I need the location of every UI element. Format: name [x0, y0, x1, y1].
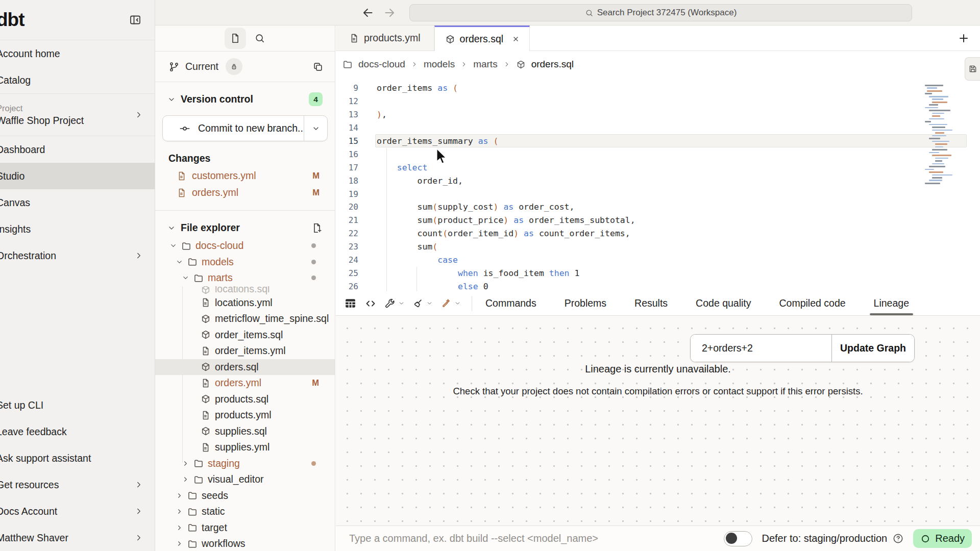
tree-item-static[interactable]: static [155, 504, 335, 520]
forward-button[interactable] [383, 6, 396, 19]
branch-row[interactable]: Current [155, 52, 335, 82]
breadcrumb-item-marts[interactable]: marts [473, 59, 498, 70]
sidebar-item-leave-feedback[interactable]: Leave feedback [0, 418, 155, 445]
code-editor[interactable]: 9order_items as (1213),1415order_items_s… [336, 78, 980, 291]
commit-dropdown-button[interactable] [304, 116, 327, 141]
update-graph-button[interactable]: Update Graph [831, 335, 914, 362]
editor-tab-products-yml[interactable]: products.yml [336, 26, 434, 51]
panel-tab-code-quality[interactable]: Code quality [696, 291, 751, 315]
changes-count-badge: 4 [309, 92, 323, 106]
panel-tab-results[interactable]: Results [634, 291, 668, 315]
breadcrumb-item-docs-cloud[interactable]: docs-cloud [358, 59, 405, 70]
breadcrumb-item-orders-sql[interactable]: orders.sql [531, 59, 574, 70]
lineage-selector-input[interactable] [691, 335, 831, 362]
tree-item-locations-yml[interactable]: locations.yml [155, 295, 335, 311]
tree-item-order-items-sql[interactable]: order_items.sql [155, 327, 335, 343]
tree-item-staging[interactable]: staging [155, 456, 335, 472]
toggle-knob [726, 533, 737, 544]
code-view-button[interactable] [364, 297, 377, 310]
save-file-button[interactable] [965, 57, 980, 81]
line-number: 24 [336, 255, 358, 265]
changed-file-orders-yml[interactable]: orders.ymlM [155, 184, 335, 201]
sidebar-item-label: Orchestration [0, 250, 56, 262]
project-label: Project [0, 104, 84, 113]
sidebar-item-orchestration[interactable]: Orchestration [0, 242, 155, 269]
preview-table-button[interactable] [344, 297, 357, 310]
tree-item-marts[interactable]: marts [155, 270, 335, 286]
git-branch-icon [168, 61, 180, 72]
tree-item-supplies-sql[interactable]: supplies.sql [155, 423, 335, 440]
file-name: order_items.sql [215, 329, 283, 341]
circle-icon [920, 534, 930, 544]
search-bar-label: Search Project 372475 (Workspace) [597, 8, 737, 18]
back-button[interactable] [361, 6, 375, 19]
commit-button[interactable]: Commit to new branch... [162, 115, 328, 141]
git-branch-icon [168, 61, 180, 72]
sidebar-item-account-home[interactable]: Account home [0, 40, 155, 67]
sidebar-project-switcher[interactable]: ProjectWaffle Shop Project [0, 94, 155, 136]
sidebar-item-canvas[interactable]: Canvas [0, 189, 155, 216]
chevron-right-icon [134, 507, 143, 516]
breadcrumb-item-models[interactable]: models [424, 59, 455, 70]
tree-item-products-sql[interactable]: products.sql [155, 391, 335, 408]
ai-assist-button[interactable] [440, 298, 461, 309]
changed-file-name: orders.yml [192, 187, 238, 198]
sidebar-item-ask-support-assistant[interactable]: Ask support assistant [0, 445, 155, 471]
create-file-icon[interactable] [311, 222, 323, 234]
sidebar-item-insights[interactable]: Insights [0, 216, 155, 242]
line-number: 17 [336, 163, 358, 172]
back-arrow-icon [361, 6, 375, 19]
sidebar-item-matthew-shaver[interactable]: Matthew Shaver [0, 524, 155, 551]
tree-item-models[interactable]: models [155, 254, 335, 270]
file-search-button[interactable] [254, 33, 265, 44]
tree-item-orders-sql[interactable]: orders.sql [155, 359, 335, 375]
commit-icon [179, 123, 190, 134]
sidebar-item-docs-account[interactable]: Docs Account [0, 498, 155, 524]
new-tab-button[interactable] [958, 32, 970, 44]
command-input[interactable] [349, 533, 715, 544]
chevron-right-icon [182, 475, 189, 483]
line-number: 16 [336, 149, 358, 159]
file-name: locations.sql [215, 286, 270, 295]
editor-minimap[interactable] [925, 85, 972, 185]
build-tools-button[interactable] [384, 298, 405, 309]
format-button[interactable] [412, 298, 433, 309]
editor-tab-orders-sql[interactable]: orders.sql [434, 26, 530, 51]
tree-item-order-items-yml[interactable]: order_items.yml [155, 343, 335, 359]
sidebar-item-studio[interactable]: Studio [0, 163, 155, 189]
sidebar-item-catalog[interactable]: Catalog [0, 67, 155, 93]
changed-file-customers-yml[interactable]: customers.ymlM [155, 167, 335, 184]
close-tab-button[interactable] [511, 35, 520, 43]
project-search-bar[interactable]: Search Project 372475 (Workspace) [409, 4, 912, 21]
panel-tab-problems[interactable]: Problems [565, 291, 606, 315]
tree-item-visual-editor[interactable]: visual_editor [155, 471, 335, 488]
tree-item-workflows[interactable]: workflows [155, 536, 335, 551]
chevron-right-icon [176, 508, 183, 515]
chevron-right-icon [134, 251, 143, 260]
code-line-23: 23 sum( [336, 240, 980, 254]
panel-tab-commands[interactable]: Commands [485, 291, 536, 315]
defer-toggle[interactable] [724, 531, 752, 546]
panel-tab-lineage[interactable]: Lineage [874, 291, 909, 315]
copy-icon[interactable] [312, 61, 324, 72]
tree-item-docs-cloud[interactable]: docs-cloud [155, 238, 335, 254]
collapse-sidebar-icon[interactable] [129, 14, 141, 26]
tree-item-locations-sql[interactable]: locations.sql [155, 286, 335, 295]
tree-item-orders-yml[interactable]: orders.ymlM [155, 375, 335, 391]
panel-tab-compiled-code[interactable]: Compiled code [779, 291, 846, 315]
tree-item-target[interactable]: target [155, 520, 335, 536]
sidebar-item-set-up-cli[interactable]: Set up CLI [0, 392, 155, 418]
file-explorer-header[interactable]: File explorer [155, 211, 335, 236]
sidebar-item-dashboard[interactable]: Dashboard [0, 136, 155, 163]
tree-item-supplies-yml[interactable]: supplies.yml [155, 439, 335, 456]
version-control-header[interactable]: Version control 4 [155, 82, 335, 111]
help-icon[interactable] [892, 533, 904, 544]
folder-icon [187, 257, 198, 267]
yaml-file-icon [201, 410, 211, 420]
code-line-21: 21 sum(product_price) as order_items_sub… [336, 214, 980, 227]
tree-item-metricflow-time-spine-sql[interactable]: metricflow_time_spine.sql [155, 311, 335, 327]
new-file-button[interactable] [225, 28, 246, 49]
tree-item-products-yml[interactable]: products.yml [155, 407, 335, 423]
tree-item-seeds[interactable]: seeds [155, 488, 335, 504]
sidebar-item-get-resources[interactable]: Get resources [0, 471, 155, 498]
